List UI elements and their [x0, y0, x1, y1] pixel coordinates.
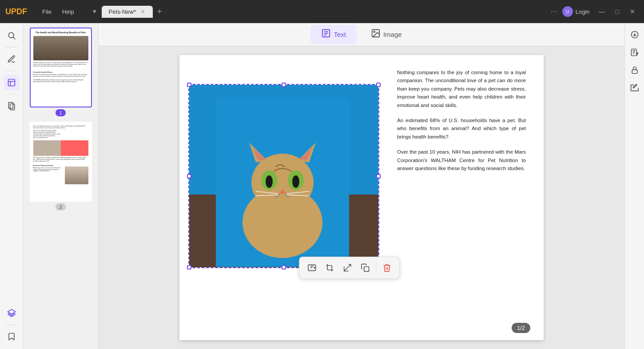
text-mode-icon [321, 28, 331, 40]
resize-handle-mid-left[interactable] [187, 174, 191, 178]
rs-pdf-convert-icon[interactable] [628, 45, 642, 59]
svg-line-1 [13, 37, 15, 40]
sidebar-pages-icon[interactable] [4, 98, 20, 114]
svg-point-0 [8, 32, 14, 38]
content-area: Text Image [99, 23, 624, 349]
image-mode-button[interactable]: Image [360, 25, 413, 44]
sidebar-bookmark-icon[interactable] [4, 329, 20, 345]
svg-rect-5 [8, 103, 13, 108]
image-mode-icon [371, 28, 381, 40]
resize-handle-bot-left[interactable] [187, 265, 191, 270]
sidebar-search-icon[interactable] [4, 28, 20, 44]
menu-bar: File Help [38, 7, 79, 17]
sidebar-edit-icon[interactable] [4, 75, 20, 91]
window-controls: — □ ✕ [595, 6, 639, 17]
crop-button[interactable] [322, 260, 338, 276]
svg-rect-31 [364, 267, 369, 272]
thumbnail-page-2[interactable]: Here is something about how a pet can he… [28, 122, 94, 210]
thumbnail-panel: The Health and Mood-Boosting Benefits of… [23, 23, 99, 349]
tabs-overflow-icon[interactable]: ⋯ [551, 8, 557, 15]
page-number-badge: 1/2 [512, 323, 530, 333]
floating-toolbar [299, 257, 400, 279]
tabs-area: ▼ Pets-New* ✕ + [89, 6, 547, 18]
resize-handle-bot-mid[interactable] [282, 265, 286, 270]
replace-button[interactable] [339, 260, 355, 276]
minimize-button[interactable]: — [595, 6, 608, 17]
sidebar-annotation-icon[interactable] [4, 51, 20, 67]
menu-file[interactable]: File [38, 7, 56, 17]
page-right-column: Nothing compares to the joy of coming ho… [397, 68, 530, 172]
tab-label: Pets-New* [109, 8, 136, 15]
svg-rect-6 [10, 104, 14, 110]
sidebar-layers-icon[interactable] [4, 305, 20, 321]
sidebar-divider-2 [5, 71, 18, 71]
login-button[interactable]: U Login [562, 6, 590, 17]
image-selection-box[interactable] [188, 84, 379, 268]
user-avatar: U [562, 6, 573, 17]
maximize-button[interactable]: □ [612, 6, 623, 17]
rs-download-icon[interactable] [628, 28, 642, 42]
add-tab-button[interactable]: + [155, 7, 165, 16]
paragraph-3: Over the past 10 years, NIH has partnere… [397, 148, 526, 172]
app-logo: UPDF [5, 7, 27, 16]
close-button[interactable]: ✕ [626, 6, 639, 17]
svg-point-13 [374, 31, 375, 32]
text-mode-button[interactable]: Text [310, 25, 357, 44]
active-tab[interactable]: Pets-New* ✕ [102, 6, 153, 18]
titlebar: UPDF File Help ▼ Pets-New* ✕ + ⋯ U Login… [0, 0, 644, 23]
thumbnail-image-1: The Health and Mood-Boosting Benefits of… [30, 28, 92, 107]
thumbnail-page-1[interactable]: The Health and Mood-Boosting Benefits of… [28, 28, 94, 116]
thumbnail-label-1: 1 [56, 109, 65, 116]
paragraph-1: Nothing compares to the joy of coming ho… [397, 68, 526, 109]
thumbnail-image-2: Here is something about how a pet can he… [30, 122, 92, 202]
sidebar-divider-4 [5, 325, 18, 325]
thumbnail-label-2: 2 [56, 203, 65, 210]
svg-rect-2 [8, 79, 15, 86]
resize-handle-top-mid[interactable] [282, 83, 286, 87]
text-mode-label: Text [334, 31, 346, 38]
sidebar-divider-3 [5, 94, 18, 95]
sidebar-divider-1 [5, 47, 18, 48]
menu-help[interactable]: Help [58, 7, 79, 17]
wrap-button[interactable] [304, 260, 320, 276]
tab-close-button[interactable]: ✕ [139, 8, 146, 15]
login-label: Login [576, 8, 590, 15]
pdf-viewer: Nothing compares to the joy of coming ho… [99, 46, 624, 349]
resize-handle-mid-right[interactable] [376, 174, 381, 178]
image-mode-label: Image [383, 31, 402, 38]
right-sidebar [624, 23, 644, 349]
paragraph-2: An estimated 68% of U.S. households have… [397, 116, 526, 141]
resize-handle-top-right[interactable] [376, 83, 381, 87]
delete-button[interactable] [379, 260, 395, 276]
titlebar-right: ⋯ U Login — □ ✕ [551, 6, 639, 17]
main-area: The Health and Mood-Boosting Benefits of… [0, 23, 644, 349]
content-toolbar: Text Image [99, 23, 624, 46]
svg-rect-35 [632, 70, 637, 73]
rs-lock-icon[interactable] [628, 63, 642, 77]
left-sidebar [0, 23, 23, 349]
copy-button[interactable] [357, 260, 373, 276]
tab-dropdown-icon[interactable]: ▼ [89, 7, 100, 16]
rs-sign-icon[interactable] [628, 81, 642, 95]
pdf-page: Nothing compares to the joy of coming ho… [179, 55, 544, 340]
resize-handle-top-left[interactable] [187, 83, 191, 87]
toolbar-divider [376, 262, 376, 273]
